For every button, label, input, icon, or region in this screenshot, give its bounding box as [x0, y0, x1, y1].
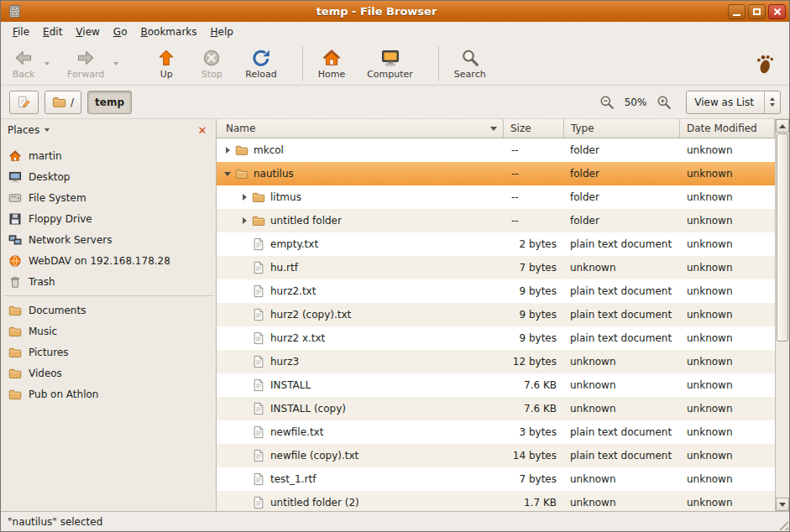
forward-button: Forward: [61, 46, 110, 81]
file-row-newfile-txt[interactable]: newfile.txt3 bytesplain text documentunk…: [217, 420, 775, 444]
view-mode-spinner: [764, 91, 780, 113]
places-selector[interactable]: Places: [8, 124, 50, 136]
edit-location-icon: [17, 95, 31, 109]
file-row-hurz2-copy-txt[interactable]: hurz2 (copy).txt9 bytesplain text docume…: [217, 303, 775, 326]
file-row-untitled-folder-2[interactable]: untitled folder (2)1.7 KBunknownunknown: [217, 491, 775, 511]
sidebar-item-music[interactable]: Music: [1, 321, 216, 342]
sidebar-item-documents[interactable]: Documents: [1, 300, 216, 321]
file-list: NameSizeTypeDate Modified mkcol--folderu…: [217, 119, 789, 511]
path-root-button[interactable]: /: [44, 91, 81, 114]
expander-spacer: [238, 373, 250, 397]
menu-bar: FileEditViewGoBookmarksHelp: [1, 22, 789, 42]
text-icon: [252, 425, 265, 439]
zoom-out-button[interactable]: [598, 93, 616, 112]
folder-icon: [8, 388, 22, 401]
expander-expanded-icon[interactable]: [222, 162, 233, 185]
close-button[interactable]: [768, 4, 786, 19]
sidebar-item-desktop[interactable]: Desktop: [1, 166, 216, 187]
view-mode-select[interactable]: View as List: [686, 91, 781, 114]
file-row-test-1-rtf[interactable]: test_1.rtf7 bytesunknownunknown: [217, 467, 775, 491]
folder-icon: [8, 304, 22, 317]
scroll-up-button[interactable]: [776, 119, 789, 133]
menu-bookmarks[interactable]: Bookmarks: [133, 23, 203, 40]
sidebar-close-button[interactable]: [196, 123, 209, 137]
column-header-type[interactable]: Type: [564, 119, 680, 138]
arrow-down-icon: [779, 503, 786, 507]
computer-button[interactable]: Computer: [361, 46, 419, 81]
zoom-level: 50%: [625, 96, 647, 108]
file-row-hurz2-txt[interactable]: hurz2.txt9 bytesplain text documentunkno…: [217, 279, 775, 303]
expander-collapsed-icon[interactable]: [238, 209, 250, 232]
column-header-name[interactable]: Name: [217, 119, 504, 138]
resize-grip[interactable]: [776, 518, 788, 530]
scroll-down-button[interactable]: [776, 498, 789, 511]
computer-icon: [380, 48, 400, 68]
sidebar-item-file-system[interactable]: File System: [1, 187, 216, 208]
folder-icon: [235, 167, 249, 180]
expander-collapsed-icon[interactable]: [238, 185, 250, 209]
text-icon: [252, 284, 265, 298]
sidebar-item-network-servers[interactable]: Network Servers: [1, 229, 216, 250]
folder-icon: [252, 214, 265, 227]
file-row-nautilus[interactable]: nautilus--folderunknown: [217, 162, 775, 185]
scroll-track[interactable]: [776, 133, 789, 498]
up-icon: [156, 48, 176, 68]
column-header-size[interactable]: Size: [504, 119, 564, 138]
toolbar-separator: [438, 46, 439, 81]
sidebar-item-trash[interactable]: Trash: [1, 271, 216, 292]
sidebar-item-pub-on-athlon[interactable]: Pub on Athlon: [1, 383, 216, 404]
sidebar-item-webdav-on-192-168-178-28[interactable]: WebDAV on 192.168.178.28: [1, 250, 216, 271]
file-row-newfile-copy-txt[interactable]: newfile (copy).txt14 bytesplain text doc…: [217, 444, 775, 467]
expander-collapsed-icon[interactable]: [222, 138, 233, 162]
home-button[interactable]: Home: [312, 46, 351, 81]
file-row-hu-rtf[interactable]: hu.rtf7 bytesunknownunknown: [217, 256, 775, 279]
search-button[interactable]: Search: [448, 46, 492, 81]
window-title: temp - File Browser: [25, 5, 728, 18]
text-icon: [252, 402, 265, 415]
file-list-body: mkcol--folderunknownnautilus--folderunkn…: [217, 138, 775, 511]
status-bar: "nautilus" selected: [1, 511, 789, 531]
file-row-mkcol[interactable]: mkcol--folderunknown: [217, 138, 775, 162]
file-row-hurz2-x-txt[interactable]: hurz2 x.txt9 bytesplain text documentunk…: [217, 326, 775, 350]
file-row-litmus[interactable]: litmus--folderunknown: [217, 185, 775, 209]
reload-button[interactable]: Reload: [239, 46, 282, 81]
file-row-empty-txt[interactable]: empty.txt2 bytesplain text documentunkno…: [217, 232, 775, 256]
toolbar-separator: [302, 46, 303, 81]
sidebar-item-pictures[interactable]: Pictures: [1, 342, 216, 362]
sidebar-item-floppy-drive[interactable]: Floppy Drive: [1, 208, 216, 229]
menu-view[interactable]: View: [69, 23, 106, 40]
sidebar-item-videos[interactable]: Videos: [1, 362, 216, 383]
maximize-button[interactable]: [748, 4, 766, 19]
column-header-date-modified[interactable]: Date Modified: [680, 119, 775, 138]
minimize-button[interactable]: [728, 4, 746, 19]
menu-edit[interactable]: Edit: [36, 23, 69, 40]
path-root-label: /: [71, 96, 74, 108]
search-icon: [460, 48, 480, 68]
filesystem-icon: [8, 191, 22, 205]
file-row-install[interactable]: INSTALL7.6 KBunknownunknown: [217, 373, 775, 397]
menu-go[interactable]: Go: [107, 23, 134, 40]
menu-file[interactable]: File: [6, 23, 36, 40]
path-current-button[interactable]: temp: [87, 91, 132, 114]
edit-location-button[interactable]: [9, 91, 39, 114]
title-bar[interactable]: temp - File Browser: [1, 1, 789, 22]
sort-arrow-icon: [490, 127, 497, 131]
expander-spacer: [238, 303, 250, 326]
expander-spacer: [238, 467, 250, 491]
forward-icon: [76, 48, 96, 68]
zoom-in-button[interactable]: [655, 93, 673, 112]
back-dropdown-arrow-icon: [44, 62, 50, 65]
spin-up-icon: [770, 97, 775, 101]
zoom-in-icon: [657, 95, 672, 110]
gnome-throbber-icon: [754, 53, 776, 75]
up-button[interactable]: Up: [149, 46, 184, 81]
text-icon: [252, 496, 265, 509]
file-row-hurz3[interactable]: hurz312 bytesunknownunknown: [217, 350, 775, 373]
scroll-thumb[interactable]: [777, 133, 788, 342]
file-row-untitled-folder[interactable]: untitled folder--folderunknown: [217, 209, 775, 232]
vertical-scrollbar[interactable]: [775, 119, 789, 511]
file-row-install-copy[interactable]: INSTALL (copy)7.6 KBunknownunknown: [217, 397, 775, 420]
sidebar-item-martin[interactable]: martin: [1, 145, 216, 166]
reload-icon: [251, 48, 271, 68]
menu-help[interactable]: Help: [204, 23, 240, 40]
